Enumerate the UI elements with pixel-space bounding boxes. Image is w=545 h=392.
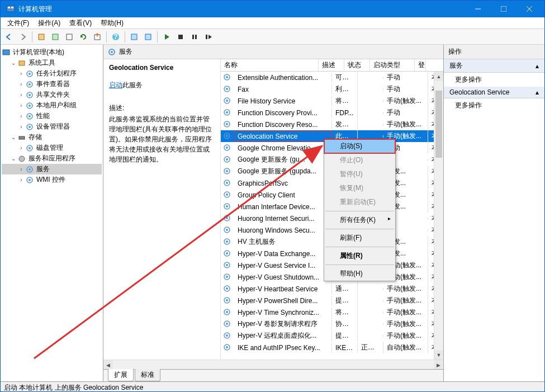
menu-view[interactable]: 查看(V) (65, 17, 96, 29)
svg-point-62 (226, 182, 228, 184)
actions-header: 操作 (444, 45, 544, 59)
svg-point-88 (226, 334, 228, 337)
scroll-thumb[interactable] (435, 91, 442, 158)
tree-storage[interactable]: ⌄存储 (2, 132, 102, 143)
actions-section-geo[interactable]: Geolocation Service▴ (444, 87, 544, 98)
collapse-icon[interactable]: ▴ (535, 88, 539, 96)
actions-section-svc[interactable]: 服务▴ (444, 59, 544, 73)
cm-props[interactable]: 属性(R) (324, 249, 395, 263)
tree-item[interactable]: ›共享文件夹 (2, 89, 102, 100)
actions-more-1[interactable]: 更多操作 (444, 73, 544, 87)
cm-refresh[interactable]: 刷新(F) (324, 231, 395, 245)
refresh-button[interactable] (77, 31, 89, 43)
nav-tree[interactable]: 计算机管理(本地) ⌄系统工具 ›任务计划程序›事件查看器›共享文件夹›本地用户… (1, 45, 103, 381)
tb-icon-3[interactable] (63, 31, 75, 43)
svg-point-76 (226, 264, 228, 266)
tab-standard[interactable]: 标准 (135, 369, 160, 381)
svg-text:?: ? (113, 33, 117, 41)
tab-extended[interactable]: 扩展 (108, 369, 134, 381)
cm-stop: 停止(O) (324, 153, 395, 167)
col-start[interactable]: 启动类型 (370, 59, 415, 71)
svg-point-40 (29, 179, 31, 181)
cm-help[interactable]: 帮助(H) (324, 267, 395, 281)
close-button[interactable] (516, 1, 542, 17)
submenu-arrow-icon: ▸ (388, 215, 391, 221)
horizontal-scrollbar[interactable]: ◀ ▶ (103, 360, 443, 369)
tree-item[interactable]: ›WMI 控件 (2, 174, 102, 185)
cm-all-tasks[interactable]: 所有任务(K)▸ (324, 213, 395, 227)
tree-sys-tools[interactable]: ⌄系统工具 (2, 58, 102, 68)
actions-more-2[interactable]: 更多操作 (444, 98, 544, 112)
stop-button[interactable] (174, 31, 187, 43)
list-header[interactable]: 名称 描述 状态 启动类型 登 (221, 59, 443, 72)
svg-point-42 (111, 51, 113, 53)
svg-point-52 (226, 123, 228, 125)
service-row[interactable]: Function Discovery Provi...FDP...手动本 (221, 107, 443, 119)
service-row[interactable]: Hyper-V Time Synchroniz...将此...手动(触发...本 (221, 306, 443, 318)
tree-item[interactable]: ›任务计划程序 (2, 68, 102, 79)
titlebar[interactable]: 计算机管理 (1, 1, 544, 17)
back-button[interactable] (3, 31, 15, 43)
tree-item[interactable]: ›事件查看器 (2, 79, 102, 89)
tree-svc-apps[interactable]: ⌄服务和应用程序 (2, 153, 102, 164)
svg-point-46 (226, 88, 228, 90)
col-desc[interactable]: 描述 (319, 59, 344, 71)
desc-label: 描述: (109, 103, 215, 113)
service-row[interactable]: IKE and AuthIP IPsec Key...IKEE...正在...自… (221, 342, 443, 353)
tb-icon-6[interactable] (128, 31, 140, 43)
svg-rect-2 (11, 7, 13, 8)
svg-rect-20 (19, 61, 25, 65)
svg-rect-17 (195, 35, 197, 39)
scroll-left-button[interactable]: ◀ (103, 360, 113, 370)
svg-rect-13 (131, 34, 137, 40)
tree-item[interactable]: ›性能 (2, 111, 102, 121)
pause-button[interactable] (188, 31, 201, 43)
maximize-button[interactable] (491, 1, 516, 17)
scroll-up-button[interactable]: ▲ (434, 72, 443, 81)
restart-button[interactable] (202, 31, 215, 43)
service-row[interactable]: Extensible Authentication...可扩...手动本 (221, 72, 443, 83)
tb-icon-2[interactable] (49, 31, 61, 43)
svg-point-56 (226, 147, 228, 149)
cm-restart: 重新启动(E) (324, 195, 395, 209)
service-row[interactable]: File History Service将用...手动(触发...本 (221, 95, 443, 107)
vertical-scrollbar[interactable]: ▲ ▼ (434, 72, 443, 360)
forward-button[interactable] (17, 31, 29, 43)
start-link[interactable]: 启动 (109, 81, 122, 89)
collapse-icon[interactable]: ▴ (535, 62, 539, 70)
col-status[interactable]: 状态 (344, 59, 370, 71)
service-row[interactable]: Hyper-V Heartbeat Service通过...手动(触发...本 (221, 283, 443, 295)
svg-point-24 (29, 83, 31, 86)
scroll-right-button[interactable]: ▶ (434, 360, 443, 370)
svg-rect-4 (501, 6, 506, 12)
tree-item[interactable]: ›本地用户和组 (2, 100, 102, 111)
help-button[interactable]: ? (110, 31, 122, 43)
svg-point-86 (226, 323, 228, 325)
start-button[interactable] (160, 31, 173, 43)
services-label: 服务 (119, 47, 132, 56)
tb-icon-7[interactable] (142, 31, 154, 43)
tree-item[interactable]: ›服务 (2, 164, 102, 174)
service-row[interactable]: Hyper-V 卷影复制请求程序协调...手动(触发...本 (221, 318, 443, 330)
col-logon[interactable]: 登 (415, 59, 426, 71)
service-row[interactable]: Function Discovery Reso...发布...手动(触发...本 (221, 119, 443, 130)
service-row[interactable]: Hyper-V 远程桌面虚拟化...提供...手动(触发...本 (221, 330, 443, 342)
svg-rect-9 (67, 34, 72, 40)
export-button[interactable] (91, 31, 103, 43)
menu-action[interactable]: 操作(A) (34, 17, 65, 29)
service-row[interactable]: Hyper-V PowerShell Dire...提供...手动(触发...本 (221, 295, 443, 306)
svg-point-30 (29, 115, 31, 117)
scroll-down-button[interactable]: ▼ (434, 350, 443, 360)
menu-help[interactable]: 帮助(H) (96, 17, 128, 29)
tree-item[interactable]: ›磁盘管理 (2, 143, 102, 153)
cm-start[interactable]: 启动(S) (324, 139, 395, 153)
tree-item[interactable]: ›设备管理器 (2, 121, 102, 132)
svg-point-32 (29, 126, 31, 128)
service-row[interactable]: Fax利用...手动本 (221, 83, 443, 95)
tree-root[interactable]: 计算机管理(本地) (2, 47, 102, 58)
col-name[interactable]: 名称 (221, 59, 319, 71)
svg-point-28 (29, 105, 31, 107)
menu-file[interactable]: 文件(F) (3, 17, 34, 29)
tb-icon-1[interactable] (35, 31, 48, 43)
minimize-button[interactable] (465, 1, 491, 17)
